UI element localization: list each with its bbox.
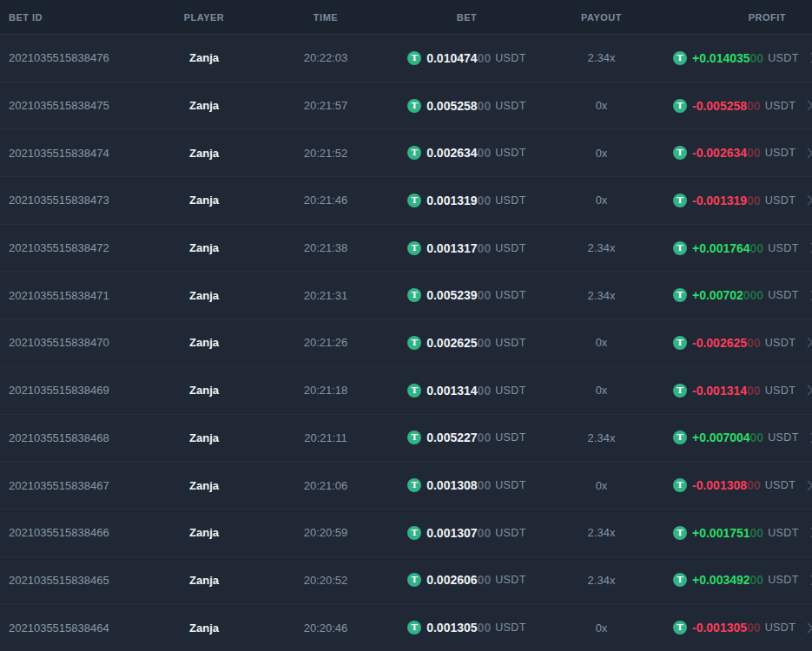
bet-id-cell: 2021035515838469 xyxy=(0,384,161,397)
profit-currency-label: USDT xyxy=(765,100,796,112)
bet-row[interactable]: 2021035515838475 Zanja 20:21:57 T 0.0052… xyxy=(0,82,812,130)
bet-row[interactable]: 2021035515838474 Zanja 20:21:52 T 0.0026… xyxy=(0,129,812,177)
profit-cell: T -0.00131400 USDT xyxy=(673,384,812,398)
time-cell: 20:21:26 xyxy=(248,336,404,349)
bet-id-cell: 2021035515838465 xyxy=(0,574,161,587)
bet-currency-label: USDT xyxy=(495,621,526,634)
bet-amount-cell: T 0.00522700 USDT xyxy=(404,431,530,444)
tether-icon: T xyxy=(407,384,421,398)
column-header-profit: PROFIT xyxy=(673,12,812,23)
profit-cell: T +0.00702000 USDT xyxy=(673,288,812,302)
bet-amount-cell: T 0.00523900 USDT xyxy=(404,288,530,302)
bet-amount-cell: T 0.00131900 USDT xyxy=(404,194,530,207)
bet-row[interactable]: 2021035515838476 Zanja 20:22:03 T 0.0104… xyxy=(0,35,812,82)
bet-id-cell: 2021035515838464 xyxy=(0,621,161,635)
payout-cell: 0x xyxy=(530,336,673,349)
bet-row[interactable]: 2021035515838469 Zanja 20:21:18 T 0.0013… xyxy=(0,367,812,415)
tether-icon: T xyxy=(407,621,421,635)
tether-icon: T xyxy=(407,431,421,444)
player-cell: Zanja xyxy=(161,621,248,635)
profit-amount: -0.00130800 xyxy=(692,478,761,492)
tether-icon: T xyxy=(673,526,687,540)
bet-amount: 0.00523900 xyxy=(426,288,491,302)
player-cell: Zanja xyxy=(161,289,248,302)
profit-currency-label: USDT xyxy=(765,621,796,634)
chevron-right-icon[interactable] xyxy=(807,148,812,159)
tether-icon: T xyxy=(673,336,687,350)
bet-row[interactable]: 2021035515838467 Zanja 20:21:06 T 0.0013… xyxy=(0,462,812,510)
profit-cell: T -0.00263400 USDT xyxy=(673,146,812,160)
bet-currency-label: USDT xyxy=(495,337,526,349)
profit-currency-label: USDT xyxy=(765,147,796,159)
profit-cell: T -0.00130800 USDT xyxy=(673,478,812,492)
tether-icon: T xyxy=(673,431,687,444)
bet-row[interactable]: 2021035515838468 Zanja 20:21:11 T 0.0052… xyxy=(0,415,812,463)
profit-amount: +0.01403500 xyxy=(692,51,763,65)
chevron-right-icon[interactable] xyxy=(807,385,812,396)
bet-currency-label: USDT xyxy=(495,147,526,159)
tether-icon: T xyxy=(407,573,421,587)
tether-icon: T xyxy=(673,194,687,207)
bet-id-cell: 2021035515838466 xyxy=(0,526,161,539)
bet-row[interactable]: 2021035515838473 Zanja 20:21:46 T 0.0013… xyxy=(0,177,812,225)
profit-cell: T +0.00349200 USDT xyxy=(673,573,812,587)
chevron-right-icon[interactable] xyxy=(807,480,812,491)
chevron-right-icon[interactable] xyxy=(807,622,812,634)
bet-id-cell: 2021035515838467 xyxy=(0,479,161,492)
tether-icon: T xyxy=(407,99,421,113)
time-cell: 20:20:59 xyxy=(248,526,404,539)
bet-row[interactable]: 2021035515838464 Zanja 20:20:46 T 0.0013… xyxy=(0,604,812,651)
profit-currency-label: USDT xyxy=(768,289,799,301)
profit-amount: -0.00130500 xyxy=(692,621,761,635)
time-cell: 20:20:52 xyxy=(248,574,404,587)
chevron-right-icon[interactable] xyxy=(807,100,812,111)
table-header-row: BET ID PLAYER TIME BET PAYOUT PROFIT xyxy=(0,0,812,35)
bet-currency-label: USDT xyxy=(495,385,526,397)
profit-cell: T -0.00262500 USDT xyxy=(673,336,812,350)
bet-amount: 0.00131400 xyxy=(426,384,491,398)
bet-row[interactable]: 2021035515838466 Zanja 20:20:59 T 0.0013… xyxy=(0,510,812,557)
profit-amount: -0.00262500 xyxy=(692,336,761,350)
payout-cell: 0x xyxy=(530,621,673,635)
bet-currency-label: USDT xyxy=(495,431,526,444)
column-header-player: PLAYER xyxy=(161,12,248,23)
profit-currency-label: USDT xyxy=(768,52,799,64)
player-cell: Zanja xyxy=(161,99,248,112)
tether-icon: T xyxy=(673,51,687,65)
bet-id-cell: 2021035515838472 xyxy=(0,241,161,254)
player-cell: Zanja xyxy=(161,147,248,160)
bets-history-table: BET ID PLAYER TIME BET PAYOUT PROFIT 202… xyxy=(0,0,812,651)
player-cell: Zanja xyxy=(161,574,248,587)
profit-amount: +0.00702000 xyxy=(692,288,763,302)
time-cell: 20:21:06 xyxy=(248,479,404,492)
bet-amount: 0.00130800 xyxy=(426,478,491,492)
chevron-right-icon[interactable] xyxy=(807,337,812,348)
profit-currency-label: USDT xyxy=(768,527,799,539)
bet-row[interactable]: 2021035515838471 Zanja 20:21:31 T 0.0052… xyxy=(0,272,812,319)
profit-amount: -0.00131400 xyxy=(692,384,761,398)
tether-icon: T xyxy=(407,241,421,255)
payout-cell: 2.34x xyxy=(530,574,673,587)
tether-icon: T xyxy=(673,621,687,635)
bet-amount: 0.00130700 xyxy=(426,526,491,540)
bet-amount: 0.00130500 xyxy=(426,621,491,635)
bet-currency-label: USDT xyxy=(495,242,526,254)
player-cell: Zanja xyxy=(161,384,248,397)
bet-row[interactable]: 2021035515838465 Zanja 20:20:52 T 0.0026… xyxy=(0,557,812,605)
payout-cell: 2.34x xyxy=(530,289,673,302)
bet-amount-cell: T 0.00130700 USDT xyxy=(404,526,530,540)
profit-amount: +0.00175100 xyxy=(692,526,763,540)
payout-cell: 2.34x xyxy=(530,526,673,539)
profit-amount: +0.00176400 xyxy=(692,241,763,255)
payout-cell: 0x xyxy=(530,384,673,397)
tether-icon: T xyxy=(407,478,421,492)
payout-cell: 0x xyxy=(530,99,673,112)
chevron-right-icon[interactable] xyxy=(807,194,812,206)
time-cell: 20:21:31 xyxy=(248,289,404,302)
payout-cell: 2.34x xyxy=(530,241,673,254)
bet-row[interactable]: 2021035515838470 Zanja 20:21:26 T 0.0026… xyxy=(0,319,812,367)
tether-icon: T xyxy=(407,51,421,65)
bet-amount: 0.01047400 xyxy=(426,51,491,65)
bet-row[interactable]: 2021035515838472 Zanja 20:21:38 T 0.0013… xyxy=(0,225,812,273)
bet-id-cell: 2021035515838471 xyxy=(0,289,161,302)
